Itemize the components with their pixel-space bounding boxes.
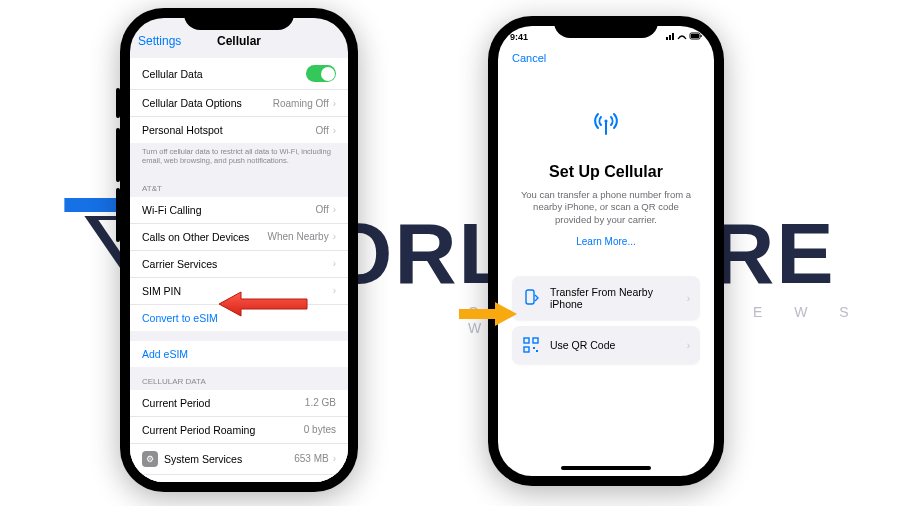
row-cellular-data[interactable]: Cellular Data [130,58,348,90]
svg-rect-14 [536,350,538,352]
page-title: Cellular [217,34,261,48]
label: Wi-Fi Calling [142,204,202,216]
value: Roaming Off [273,98,329,109]
chevron-right-icon: › [333,258,336,269]
value: Off [316,125,329,136]
row-convert-to-esim[interactable]: Convert to eSIM [130,305,348,331]
chevron-right-icon: › [333,125,336,136]
section-cellular-data: CELLULAR DATA [130,367,348,390]
svg-rect-9 [526,290,534,304]
row-add-esim[interactable]: Add eSIM [130,341,348,367]
svg-rect-12 [524,347,529,352]
label: Cellular Data [142,68,203,80]
phone-left-screen: Settings Cellular Cellular Data Cellular… [130,18,348,482]
chevron-right-icon: › [333,453,336,464]
phone-left: Settings Cellular Cellular Data Cellular… [120,8,358,492]
label: Add eSIM [142,348,188,360]
row-cellular-data-options[interactable]: Cellular Data Options Roaming Off› [130,90,348,117]
label: Personal Hotspot [142,124,223,136]
section-carrier: AT&T [130,174,348,197]
chevron-right-icon: › [333,285,336,296]
chevron-right-icon: › [687,340,690,351]
row-current-period-roaming: Current Period Roaming 0 bytes [130,417,348,444]
time: 9:41 [510,32,528,43]
signal-wifi-battery-icon [666,32,702,41]
option-transfer-from-nearby[interactable]: Transfer From Nearby iPhone › [512,276,700,320]
label: Current Period Roaming [142,424,255,436]
notch [184,8,294,30]
svg-rect-13 [533,347,535,349]
svg-rect-3 [672,33,674,40]
value: 1.2 GB [305,397,336,408]
svg-rect-5 [691,34,699,38]
chevron-right-icon: › [687,293,690,304]
label: Cellular Data Options [142,97,242,109]
option-use-qr-code[interactable]: Use QR Code › [512,326,700,364]
setup-body: You can transfer a phone number from a n… [518,189,694,226]
back-button[interactable]: Settings [138,34,181,48]
row-carrier-services[interactable]: Carrier Services › [130,251,348,278]
phone-right-screen: 9:41 Cancel Set Up Cellular You can tran… [498,26,714,476]
svg-rect-1 [666,37,668,40]
row-current-period: Current Period 1.2 GB [130,390,348,417]
label: Transfer From Nearby iPhone [550,286,677,310]
label: Use QR Code [550,339,615,351]
row-system-services[interactable]: ⚙System Services 653 MB› [130,444,348,475]
label: Convert to eSIM [142,312,218,324]
settings-list[interactable]: Cellular Data Cellular Data Options Roam… [130,58,348,482]
label: Current Period [142,397,210,409]
label: SIM PIN [142,285,181,297]
row-wifi-calling[interactable]: Wi-Fi Calling Off› [130,197,348,224]
row-calls-on-other[interactable]: Calls on Other Devices When Nearby› [130,224,348,251]
toggle-on-icon[interactable] [306,65,336,82]
notch [554,16,658,38]
chevron-right-icon: › [333,231,336,242]
label: System Services [164,453,242,465]
learn-more-link[interactable]: Learn More... [518,236,694,247]
setup-title: Set Up Cellular [518,163,694,181]
cancel-button[interactable]: Cancel [512,52,546,64]
svg-rect-11 [533,338,538,343]
nav-bar: Settings Cellular [130,34,348,48]
options-list: Transfer From Nearby iPhone › Use QR Cod… [512,276,700,364]
qr-code-icon [522,336,540,354]
label: Carrier Services [142,258,217,270]
row-sim-pin[interactable]: SIM PIN › [130,278,348,305]
gear-icon: ⚙ [142,451,158,467]
value: When Nearby [268,231,329,242]
row-personal-hotspot[interactable]: Personal Hotspot Off› [130,117,348,143]
row-maps[interactable]: Maps 166 MB [130,475,348,482]
footnote: Turn off cellular data to restrict all d… [130,143,348,174]
chevron-right-icon: › [333,98,336,109]
status-icons [666,32,702,43]
home-indicator[interactable] [561,466,651,470]
antenna-icon [518,106,694,145]
value: Off [316,204,329,215]
phone-right: 9:41 Cancel Set Up Cellular You can tran… [488,16,724,486]
label: Calls on Other Devices [142,231,249,243]
value: 0 bytes [304,424,336,435]
chevron-right-icon: › [333,204,336,215]
value: 653 MB [294,453,328,464]
phone-transfer-icon [522,289,540,307]
svg-rect-2 [669,35,671,40]
svg-rect-10 [524,338,529,343]
setup-content: Set Up Cellular You can transfer a phone… [498,106,714,247]
svg-rect-6 [701,35,702,37]
